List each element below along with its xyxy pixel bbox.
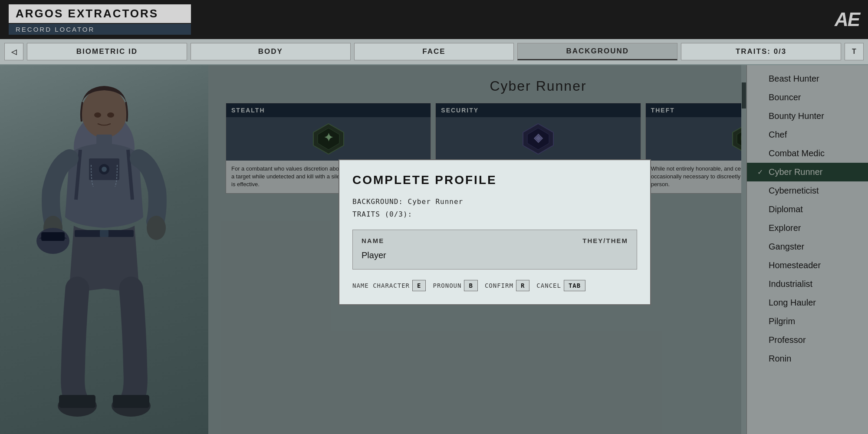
subtitle: RECORD LOCATOR — [9, 24, 191, 35]
svg-rect-17 — [100, 230, 108, 237]
character-svg — [13, 78, 195, 434]
top-bar: ARGOS EXTRACTORS RECORD LOCATOR AE — [0, 0, 868, 39]
tab-background[interactable]: BACKGROUND — [517, 43, 677, 60]
tab-traits[interactable]: TRAITS: 0/3 — [681, 43, 841, 60]
modal-background-label: BACKGROUND: Cyber Runner — [352, 197, 463, 206]
modal-name-section: NAME THEY/THEM Player — [352, 230, 637, 270]
modal-name-value: Player — [362, 249, 628, 262]
action-pronoun-label: PRONOUN — [433, 282, 461, 289]
action-cancel[interactable]: CANCEL TAB — [536, 280, 585, 291]
nav-left-btn[interactable]: ◁ — [4, 43, 23, 60]
modal-actions: NAME CHARACTER E PRONOUN B CONFIRM R CAN… — [352, 280, 637, 291]
svg-point-3 — [107, 112, 114, 118]
nav-right-btn[interactable]: T — [845, 43, 864, 60]
action-name-label: NAME CHARACTER — [352, 282, 410, 289]
svg-point-7 — [102, 167, 107, 172]
action-confirm[interactable]: CONFIRM R — [485, 280, 529, 291]
tab-biometric-id[interactable]: BIOMETRIC ID — [27, 43, 187, 60]
modal-pronoun-col: THEY/THEM — [582, 237, 628, 244]
action-pronoun[interactable]: PRONOUN B — [433, 280, 477, 291]
nav-tabs: ◁ BIOMETRIC ID BODY FACE BACKGROUND TRAI… — [0, 39, 868, 65]
key-b[interactable]: B — [464, 280, 477, 291]
character-area — [0, 65, 208, 434]
modal-info: BACKGROUND: Cyber Runner TRAITS (0/3): — [352, 196, 637, 221]
modal-traits-label: TRAITS (0/3): — [352, 210, 412, 218]
title-block: ARGOS EXTRACTORS RECORD LOCATOR — [9, 4, 191, 35]
main-content: Cyber Runner STEALTH ✦ For a combatant w… — [0, 65, 868, 434]
svg-point-1 — [82, 88, 127, 138]
action-cancel-label: CANCEL — [536, 282, 561, 289]
action-confirm-label: CONFIRM — [485, 282, 513, 289]
key-tab[interactable]: TAB — [564, 280, 585, 291]
background-panel: Cyber Runner STEALTH ✦ For a combatant w… — [208, 65, 868, 434]
logo: AE — [835, 9, 859, 30]
svg-point-2 — [94, 112, 101, 118]
modal-name-header: NAME THEY/THEM — [362, 237, 628, 244]
tab-body[interactable]: BODY — [191, 43, 351, 60]
svg-point-9 — [147, 216, 166, 240]
tab-face[interactable]: FACE — [354, 43, 514, 60]
key-r[interactable]: R — [516, 280, 529, 291]
modal-title: COMPLETE PROFILE — [352, 173, 637, 187]
svg-rect-11 — [41, 232, 65, 241]
action-name-character[interactable]: NAME CHARACTER E — [352, 280, 426, 291]
app-title: ARGOS EXTRACTORS — [9, 4, 191, 23]
modal-dialog: COMPLETE PROFILE BACKGROUND: Cyber Runne… — [339, 159, 651, 305]
key-e[interactable]: E — [412, 280, 426, 291]
modal-name-col: NAME — [362, 237, 384, 244]
character-image — [0, 65, 208, 434]
modal-overlay: COMPLETE PROFILE BACKGROUND: Cyber Runne… — [208, 65, 868, 434]
svg-rect-14 — [59, 395, 95, 408]
svg-rect-15 — [113, 395, 149, 408]
